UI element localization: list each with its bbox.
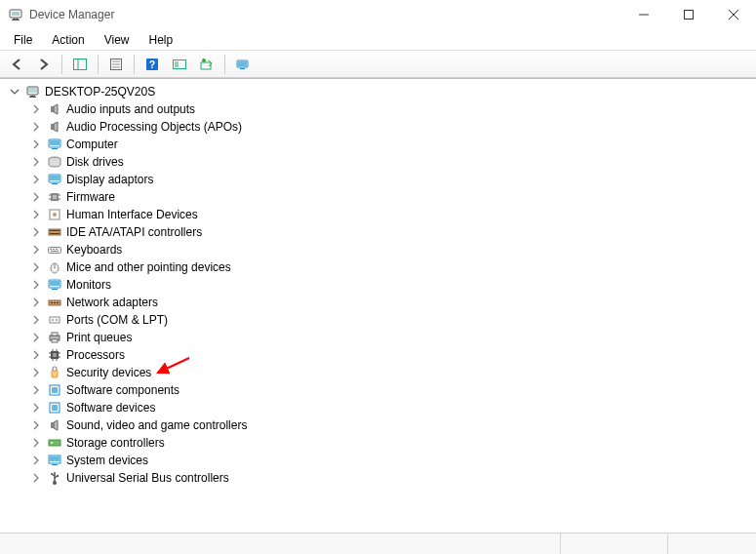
chevron-right-icon[interactable] [29, 208, 43, 221]
chevron-right-icon[interactable] [29, 348, 43, 362]
tree-category-label[interactable]: IDE ATA/ATAPI controllers [66, 225, 202, 239]
chevron-right-icon[interactable] [29, 173, 43, 186]
tree-category-row[interactable]: Audio inputs and outputs [6, 100, 750, 118]
tree-category-row[interactable]: Storage controllers [6, 434, 750, 452]
tree-category-row[interactable]: Computer [6, 136, 750, 153]
tree-category-row[interactable]: Network adapters [6, 294, 750, 311]
chevron-right-icon[interactable] [29, 260, 43, 274]
tree-category-label[interactable]: Software devices [66, 401, 155, 415]
tree-category-label[interactable]: Audio Processing Objects (APOs) [66, 120, 242, 134]
tree-category-label[interactable]: Processors [66, 348, 125, 362]
tree-category-row[interactable]: Monitors [6, 276, 750, 294]
svg-rect-50 [56, 249, 58, 250]
tree-category-row[interactable]: Audio Processing Objects (APOs) [6, 118, 750, 136]
svg-rect-44 [49, 229, 60, 235]
help-button[interactable]: ? [139, 53, 165, 76]
back-button[interactable] [4, 53, 29, 76]
chevron-right-icon[interactable] [29, 366, 43, 379]
tree-category-label[interactable]: Keyboards [66, 243, 122, 257]
tree-category-row[interactable]: Human Interface Devices [6, 206, 750, 223]
show-hide-tree-button[interactable] [67, 53, 93, 76]
chevron-right-icon[interactable] [29, 418, 43, 432]
chevron-right-icon[interactable] [29, 401, 43, 415]
minimize-button[interactable] [621, 0, 666, 29]
tree-category-label[interactable]: Audio inputs and outputs [66, 102, 195, 116]
tree-category-label[interactable]: Security devices [66, 366, 151, 379]
tree-category-row[interactable]: Display adaptors [6, 171, 750, 188]
menu-item-view[interactable]: View [95, 31, 139, 49]
svg-point-19 [202, 59, 206, 62]
tree-category-row[interactable]: Software components [6, 381, 750, 399]
update-driver-button[interactable] [194, 53, 219, 76]
tree-category-row[interactable]: Firmware [6, 188, 750, 206]
chevron-right-icon[interactable] [29, 454, 43, 467]
chevron-right-icon[interactable] [29, 331, 43, 344]
tree-category-row[interactable]: IDE ATA/ATAPI controllers [6, 223, 750, 241]
tree-category-row[interactable]: Software devices [6, 399, 750, 416]
svg-rect-2 [12, 20, 20, 20]
tree-category-row[interactable]: System devices [6, 452, 750, 469]
tree-category-label[interactable]: System devices [66, 454, 148, 467]
toolbar: ? [0, 51, 756, 78]
tree-category-row[interactable]: Keyboards [6, 241, 750, 258]
tree-category-row[interactable]: Universal Serial Bus controllers [6, 469, 750, 487]
chevron-right-icon[interactable] [29, 102, 43, 116]
forward-button[interactable] [31, 53, 57, 76]
tree-root-label[interactable]: DESKTOP-25QV20S [45, 85, 155, 99]
scan-hardware-button[interactable] [167, 53, 192, 76]
tree-category-row[interactable]: Ports (COM & LPT) [6, 311, 750, 329]
chevron-right-icon[interactable] [29, 155, 43, 169]
tree-category-label[interactable]: Universal Serial Bus controllers [66, 471, 229, 485]
svg-rect-48 [50, 249, 52, 250]
svg-rect-21 [240, 68, 245, 69]
chevron-right-icon[interactable] [29, 296, 43, 309]
tree-category-label[interactable]: Monitors [66, 278, 111, 292]
chevron-right-icon[interactable] [29, 243, 43, 257]
menu-item-file[interactable]: File [4, 31, 42, 49]
menu-item-help[interactable]: Help [139, 31, 183, 49]
chevron-right-icon[interactable] [29, 471, 43, 485]
chevron-right-icon[interactable] [29, 225, 43, 239]
add-device-button[interactable] [230, 53, 256, 76]
chevron-right-icon[interactable] [29, 436, 43, 450]
tree-category-label[interactable]: Disk drives [66, 155, 124, 169]
titlebar: Device Manager [0, 0, 756, 29]
properties-button[interactable] [103, 53, 129, 76]
tree-category-label[interactable]: Print queues [66, 331, 132, 344]
tree-category-label[interactable]: Human Interface Devices [66, 208, 198, 221]
expander-icon[interactable] [8, 85, 21, 99]
disk-icon [47, 154, 62, 170]
tree-category-row[interactable]: Disk drives [6, 153, 750, 171]
tree-category-row[interactable]: Security devices [6, 364, 750, 381]
tree-root-row[interactable]: DESKTOP-25QV20S [6, 83, 750, 100]
svg-rect-60 [57, 302, 59, 303]
svg-rect-17 [175, 61, 179, 67]
tree-category-label[interactable]: Ports (COM & LPT) [66, 313, 168, 327]
tree-category-label[interactable]: Firmware [66, 190, 115, 204]
tree-category-label[interactable]: Mice and other pointing devices [66, 260, 231, 274]
chevron-right-icon[interactable] [29, 138, 43, 151]
tree-category-label[interactable]: Sound, video and game controllers [66, 418, 247, 432]
tree-category-label[interactable]: Storage controllers [66, 436, 165, 450]
tree-category-label[interactable]: Computer [66, 138, 118, 151]
chevron-right-icon[interactable] [29, 278, 43, 292]
maximize-button[interactable] [666, 0, 711, 29]
app-icon [8, 7, 23, 22]
tree-category-row[interactable]: Processors [6, 346, 750, 364]
speaker-icon [47, 417, 62, 433]
tree-category-row[interactable]: Print queues [6, 329, 750, 346]
tree-category-label[interactable]: Display adaptors [66, 173, 153, 186]
chevron-right-icon[interactable] [29, 313, 43, 327]
menu-item-action[interactable]: Action [42, 31, 94, 49]
close-button[interactable] [711, 0, 756, 29]
tree-category-row[interactable]: Mice and other pointing devices [6, 258, 750, 276]
svg-point-84 [51, 442, 53, 444]
tree-category-row[interactable]: Sound, video and game controllers [6, 416, 750, 434]
cpu-icon [47, 347, 62, 363]
chevron-right-icon[interactable] [29, 190, 43, 204]
device-tree[interactable]: DESKTOP-25QV20S Audio inputs and outputs… [0, 78, 756, 533]
chevron-right-icon[interactable] [29, 383, 43, 397]
tree-category-label[interactable]: Network adapters [66, 296, 158, 309]
chevron-right-icon[interactable] [29, 120, 43, 134]
tree-category-label[interactable]: Software components [66, 383, 179, 397]
